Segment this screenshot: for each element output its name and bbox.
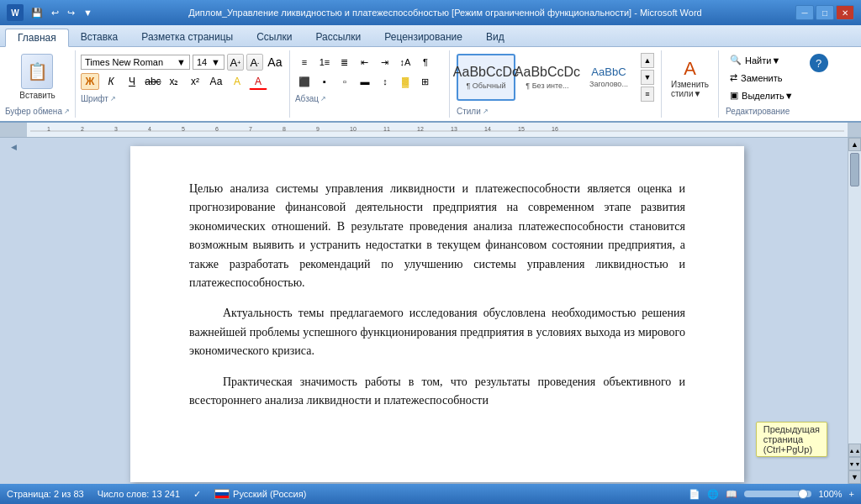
page-down-icon: ▼▼ — [849, 461, 861, 467]
scroll-page-down-btn[interactable]: ▼▼ — [848, 457, 861, 470]
tab-view[interactable]: Вид — [474, 28, 516, 46]
ruler-main: 1 2 3 4 5 6 7 8 9 10 11 12 13 14 15 16 — [27, 123, 848, 137]
show-marks-button[interactable]: ¶ — [416, 54, 435, 71]
subscript-button[interactable]: x₂ — [165, 73, 183, 90]
styles-scroll-up[interactable]: ▲ — [641, 53, 654, 68]
style-heading1[interactable]: AaBbC Заголово... — [579, 54, 638, 101]
find-button[interactable]: 🔍 Найти▼ — [726, 52, 798, 68]
tab-insert[interactable]: Вставка — [69, 28, 130, 46]
italic-button[interactable]: К — [102, 73, 120, 90]
content-area: ◀ Целью анализа системы управления ликви… — [0, 138, 861, 484]
bold-button[interactable]: Ж — [81, 73, 99, 90]
tab-mailings[interactable]: Рассылки — [304, 28, 372, 46]
superscript-button[interactable]: x² — [186, 73, 204, 90]
increase-indent-button[interactable]: ⇥ — [376, 54, 394, 71]
paragraph-group: ≡ 1≡ ≣ ⇤ ⇥ ↕A ¶ ⬛ ▪ ▫ ▬ ↕ ▓ ⊞ Абзац ↗ — [290, 50, 450, 118]
multilevel-list-button[interactable]: ≣ — [335, 54, 354, 71]
zoom-in-icon[interactable]: + — [849, 489, 854, 499]
scrollbar-track[interactable] — [848, 151, 861, 444]
replace-button[interactable]: ⇄ Заменить — [726, 70, 798, 86]
scroll-down-button[interactable]: ▼ — [848, 470, 861, 484]
decrease-indent-button[interactable]: ⇤ — [356, 54, 374, 71]
font-shrink-button[interactable]: A- — [246, 54, 263, 71]
para-launch-icon[interactable]: ↗ — [320, 95, 326, 102]
svg-text:10: 10 — [350, 126, 357, 132]
change-styles-button[interactable]: A Изменитьстили▼ — [667, 54, 713, 102]
align-center-button[interactable]: ▪ — [315, 73, 334, 90]
text-effects-button[interactable]: Аа — [207, 73, 225, 90]
right-scrollbar[interactable]: ▲ ▲▲ ▼▼ ▼ — [848, 138, 861, 484]
scrollbar-thumb[interactable] — [850, 153, 859, 186]
page-status: Страница: 2 из 83 — [7, 489, 84, 499]
font-name-dropdown[interactable]: Times New Roman ▼ — [81, 55, 190, 70]
svg-text:9: 9 — [316, 126, 320, 132]
font-launch-icon[interactable]: ↗ — [110, 95, 116, 102]
ribbon: 📋 Вставить Буфер обмена ↗ Times New Roma… — [0, 47, 861, 123]
font-group: Times New Roman ▼ 14 ▼ A+ A- Аа Ж К Ч ab… — [76, 50, 290, 118]
styles-scroll-buttons: ▲ ▼ ≡ — [641, 53, 654, 102]
language-flag — [214, 489, 230, 499]
zoom-slider[interactable] — [744, 491, 811, 497]
paragraph-1: Целью анализа системы управления ликвидн… — [189, 180, 685, 292]
styles-launch-icon[interactable]: ↗ — [483, 108, 489, 115]
align-left-button[interactable]: ⬛ — [295, 73, 314, 90]
clear-format-button[interactable]: Аа — [266, 54, 284, 71]
paste-icon: 📋 — [21, 54, 53, 89]
font-row-1: Times New Roman ▼ 14 ▼ A+ A- Аа — [81, 54, 284, 71]
font-name-arrow: ▼ — [177, 57, 186, 67]
minimize-button[interactable]: ─ — [795, 5, 814, 20]
help-button[interactable]: ? — [810, 54, 828, 72]
svg-text:6: 6 — [215, 126, 219, 132]
numbering-button[interactable]: 1≡ — [315, 54, 334, 71]
maximize-button[interactable]: □ — [816, 5, 834, 20]
bullets-button[interactable]: ≡ — [295, 54, 314, 71]
close-button[interactable]: ✕ — [836, 5, 854, 20]
quick-access-toolbar: 💾 ↩ ↪ ▼ — [29, 7, 95, 19]
save-quick-btn[interactable]: 💾 — [29, 7, 45, 19]
styles-group: AaBbCcDc ¶ Обычный AaBbCcDc ¶ Без инте..… — [450, 50, 662, 118]
left-margin-icon[interactable]: ◀ — [11, 143, 17, 151]
find-icon: 🔍 — [730, 55, 742, 66]
align-right-button[interactable]: ▫ — [335, 73, 354, 90]
tab-review[interactable]: Рецензирование — [372, 28, 474, 46]
font-name-value: Times New Roman — [85, 57, 163, 67]
scroll-area[interactable]: Целью анализа системы управления ликвидн… — [27, 138, 848, 484]
font-grow-button[interactable]: A+ — [227, 54, 244, 71]
font-size-value: 14 — [197, 57, 207, 67]
scroll-page-up-btn[interactable]: ▲▲ — [848, 444, 861, 457]
view-web-icon[interactable]: 🌐 — [707, 489, 719, 500]
underline-button[interactable]: Ч — [123, 73, 141, 90]
quick-access-dropdown[interactable]: ▼ — [81, 7, 95, 18]
redo-quick-btn[interactable]: ↪ — [65, 7, 77, 19]
style-normal[interactable]: AaBbCcDc ¶ Обычный — [457, 54, 515, 101]
styles-scroll-down[interactable]: ▼ — [641, 70, 654, 85]
window-controls: ─ □ ✕ — [795, 5, 854, 20]
clipboard-launch-icon[interactable]: ↗ — [64, 108, 70, 115]
paragraph-2: Актуальность темы предлагаемого исследов… — [189, 304, 685, 360]
shading-button[interactable]: ▓ — [396, 73, 415, 90]
paste-button[interactable]: 📋 Вставить — [16, 52, 58, 102]
view-normal-icon[interactable]: 📄 — [689, 489, 700, 500]
paste-label: Вставить — [19, 91, 55, 100]
line-spacing-button[interactable]: ↕ — [376, 73, 394, 90]
borders-button[interactable]: ⊞ — [416, 73, 435, 90]
font-size-dropdown[interactable]: 14 ▼ — [193, 55, 224, 70]
svg-text:12: 12 — [417, 126, 424, 132]
word-icon: W — [7, 4, 24, 21]
justify-button[interactable]: ▬ — [356, 73, 374, 90]
undo-quick-btn[interactable]: ↩ — [49, 7, 61, 19]
font-color-button[interactable]: A — [249, 73, 267, 90]
highlight-button[interactable]: A — [228, 73, 246, 90]
view-reading-icon[interactable]: 📖 — [726, 489, 737, 500]
scroll-up-button[interactable]: ▲ — [848, 138, 861, 151]
tab-page-layout[interactable]: Разметка страницы — [129, 28, 245, 46]
strikethrough-button[interactable]: abc — [144, 73, 162, 90]
tab-home[interactable]: Главная — [5, 29, 69, 47]
sort-button[interactable]: ↕A — [396, 54, 415, 71]
style-no-spacing[interactable]: AaBbCcDc ¶ Без инте... — [518, 54, 577, 101]
tab-references[interactable]: Ссылки — [245, 28, 304, 46]
select-button[interactable]: ▣ Выделить▼ — [726, 87, 798, 103]
styles-scroll-more[interactable]: ≡ — [641, 87, 654, 102]
svg-text:5: 5 — [182, 126, 185, 132]
select-icon: ▣ — [730, 90, 738, 101]
